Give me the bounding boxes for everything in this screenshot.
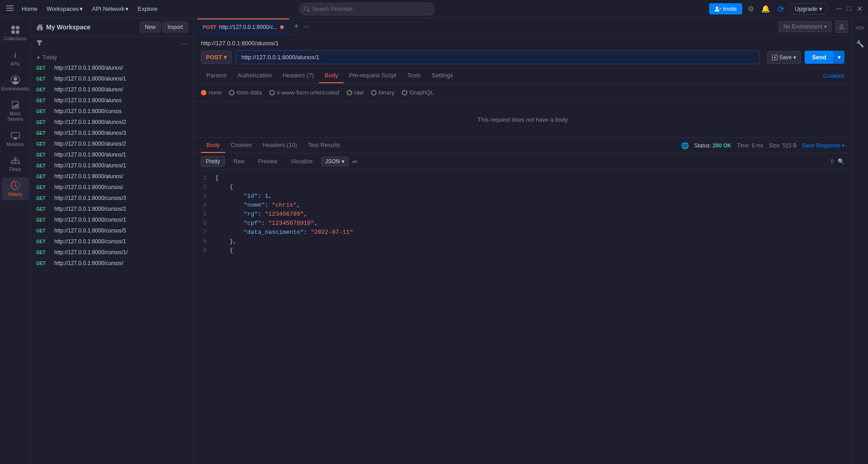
view-raw-button[interactable]: Raw [229,156,249,167]
request-title: http://127.0.0.1:8000/alunos/1 [201,40,844,47]
list-item[interactable]: GET http://127.0.0.1:8000/alunos/ [31,84,193,95]
raw-radio [347,90,352,95]
add-tab-button[interactable]: + [290,22,302,31]
list-item[interactable]: GET http://127.0.0.1:8000/cursos/1 [31,236,193,247]
save-button[interactable]: Save ▾ [767,51,801,64]
list-item[interactable]: GET http://127.0.0.1:8000/cursos [31,106,193,117]
resp-tab-headers[interactable]: Headers (10) [258,138,303,153]
send-dropdown-button[interactable]: ▾ [834,51,844,64]
tab-authorization[interactable]: Authorization [232,68,277,83]
tab-headers[interactable]: Headers (7) [277,68,320,83]
response-body: 1 2 3 4 5 6 7 8 9 [ { "id": 1, [194,170,852,464]
resp-tab-cookies[interactable]: Cookies [225,138,258,153]
sidebar-item-history[interactable]: History [2,177,29,200]
cookies-link[interactable]: Cookies [823,69,844,83]
list-item[interactable]: GET http://127.0.0.1:8000/cursos/2 [31,204,193,214]
sidebar-icons: Collections APIs Environments Mock Serve… [0,18,31,464]
list-item[interactable]: GET http://127.0.0.1:8000/alunos/ [31,62,193,73]
list-item[interactable]: GET http://127.0.0.1:8000/alunos/1 [31,160,193,171]
explore-nav[interactable]: Explore [134,4,161,14]
tab-settings[interactable]: Settings [426,68,458,83]
list-item[interactable]: GET http://127.0.0.1:8000/alunos/1 [31,73,193,84]
code-editor[interactable]: 1 2 3 4 5 6 7 8 9 [ { "id": 1, [194,170,852,464]
body-type-graphql[interactable]: GraphQL [402,89,434,96]
binary-radio [371,90,377,95]
tab-tests[interactable]: Tests [402,68,426,83]
view-pretty-button[interactable]: Pretty [201,156,225,167]
list-item[interactable]: GET http://127.0.0.1:8000/alunos/ [31,171,193,182]
invite-button[interactable]: Invite [709,3,742,14]
body-type-raw[interactable]: raw [347,89,364,96]
import-button[interactable]: Import [162,22,188,33]
settings-icon[interactable]: ⚙ [746,3,756,15]
response-section: Body Cookies Headers (10) Test Results 🌐… [194,138,852,464]
active-tab[interactable]: POST http://127.0.0.1:8000/c... [197,19,289,35]
right-panel-icon[interactable]: 🔧 [854,38,867,50]
format-selector[interactable]: JSON ▾ [321,156,348,166]
sidebar-item-apis[interactable]: APIs [2,47,29,70]
resp-tab-test-results[interactable]: Test Results [302,138,345,153]
tab-pre-request-script[interactable]: Pre-request Script [343,68,402,83]
api-network-nav[interactable]: API Network ▾ [88,4,132,14]
environment-avatar[interactable] [835,20,848,33]
environment-selector[interactable]: No Environment ▾ [778,21,832,32]
home-nav[interactable]: Home [18,4,41,14]
sidebar-item-environments[interactable]: Environments [2,72,29,95]
svg-rect-2 [6,10,14,11]
list-item[interactable]: GET http://127.0.0.1:8000/alunos/3 [31,128,193,138]
list-item[interactable]: GET http://127.0.0.1:8000/cursos/ [31,258,193,269]
sync-icon[interactable]: ⟳ [776,2,786,16]
tab-body[interactable]: Body [319,68,343,83]
search-bar[interactable] [299,3,435,15]
list-item[interactable]: GET http://127.0.0.1:8000/cursos/ [31,182,193,193]
list-item[interactable]: GET http://127.0.0.1:8000/alunos/2 [31,117,193,128]
sidebar-item-monitors[interactable]: Monitors [2,128,29,151]
search-response-icon[interactable]: 🔍 [838,158,844,165]
search-input[interactable] [312,6,430,12]
today-section-header[interactable]: ▼ Today [31,51,193,62]
left-panel: My Workspace New Import ⋯ ▼ Today GET h [31,18,194,464]
view-preview-button[interactable]: Preview [253,156,282,167]
notifications-icon[interactable]: 🔔 [759,3,772,15]
sidebar-item-flows[interactable]: Flows [2,152,29,175]
send-button[interactable]: Send [805,51,834,64]
url-input[interactable] [235,50,759,64]
method-selector[interactable]: POST ▾ [201,51,232,64]
list-item[interactable]: GET http://127.0.0.1:8000/alunos [31,95,193,106]
menu-icon[interactable] [4,3,16,15]
svg-rect-1 [6,8,14,9]
panel-actions: New Import [140,22,188,33]
list-item[interactable]: GET http://127.0.0.1:8000/alunos/1 [31,149,193,160]
line-numbers: 1 2 3 4 5 6 7 8 9 [194,174,212,460]
workspaces-nav[interactable]: Workspaces ▾ [43,4,86,14]
list-item[interactable]: GET http://127.0.0.1:8000/cursos/3 [31,193,193,204]
no-body-area: This request does not have a body [194,102,852,138]
upgrade-button[interactable]: Upgrade ▾ [790,3,827,14]
send-group: Send ▾ [805,51,844,64]
close-icon[interactable]: ✕ [855,3,864,15]
code-icon[interactable]: </> [853,22,867,34]
tab-more-button[interactable]: ⋯ [303,23,310,30]
tab-params[interactable]: Params [201,68,232,83]
save-response-button[interactable]: Save Response ▾ [802,142,844,149]
maximize-icon[interactable]: □ [845,3,853,15]
panel-more-icon[interactable]: ⋯ [181,39,188,48]
view-visualize-button[interactable]: Visualize [286,156,318,167]
minimize-icon[interactable]: ─ [835,3,843,15]
copy-icon[interactable]: ⎘ [831,158,834,165]
environment-selector-area: No Environment ▾ [778,20,848,33]
list-item[interactable]: GET http://127.0.0.1:8000/alunos/2 [31,138,193,149]
filter-icon[interactable] [36,40,43,47]
sidebar-item-collections[interactable]: Collections [2,22,29,45]
wrap-icon[interactable]: ⇌ [352,158,358,165]
body-type-none[interactable]: none [201,89,222,96]
body-type-form-data[interactable]: form-data [229,89,262,96]
body-type-binary[interactable]: binary [371,89,395,96]
sidebar-item-mock-servers[interactable]: Mock Servers [2,97,29,126]
list-item[interactable]: GET http://127.0.0.1:8000/cursos/1 [31,214,193,225]
resp-tab-body[interactable]: Body [201,138,225,153]
list-item[interactable]: GET http://127.0.0.1:8000/cursos/5 [31,225,193,236]
body-type-urlencoded[interactable]: x-www-form-urlencoded [269,89,339,96]
list-item[interactable]: GET http://127.0.0.1:8000/cursos/1/ [31,247,193,258]
new-button[interactable]: New [140,22,161,33]
